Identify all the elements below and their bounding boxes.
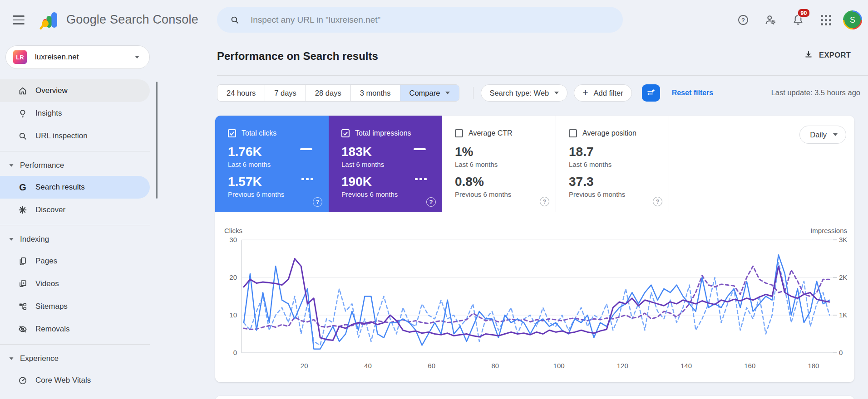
tab-7-days[interactable]: 7 days bbox=[265, 85, 306, 101]
add-filter-button[interactable]: + Add filter bbox=[574, 84, 631, 102]
header-divider bbox=[217, 75, 868, 76]
last-update-text: Last update: 3.5 hours ago bbox=[771, 88, 860, 97]
checkbox-average-ctr[interactable] bbox=[455, 129, 463, 137]
sidebar-section-experience[interactable]: Experience bbox=[0, 348, 150, 369]
tab-28-days[interactable]: 28 days bbox=[306, 85, 351, 101]
svg-text:80: 80 bbox=[492, 362, 499, 370]
metric-tile-average-position[interactable]: Average position 18.7 Last 6 months 37.3… bbox=[556, 116, 669, 212]
position-current-value: 18.7 bbox=[569, 145, 669, 159]
dashed-line-indicator bbox=[301, 178, 313, 180]
top-bar: Google Search Console ? 90 S bbox=[0, 0, 868, 40]
dashed-line-indicator bbox=[415, 178, 427, 180]
help-icon[interactable]: ? bbox=[540, 197, 549, 206]
ctr-current-value: 1% bbox=[455, 145, 556, 159]
svg-text:160: 160 bbox=[744, 362, 755, 370]
performance-card: Total clicks 1.76K Last 6 months 1.57K P… bbox=[215, 116, 854, 382]
sidebar-item-insights[interactable]: Insights bbox=[0, 102, 150, 125]
google-apps-grid-icon[interactable] bbox=[818, 12, 834, 28]
magnifier-icon bbox=[17, 131, 28, 141]
tune-sparkle-icon bbox=[646, 88, 656, 98]
chevron-down-icon bbox=[135, 56, 139, 58]
sidebar-item-pages[interactable]: Pages bbox=[0, 250, 150, 272]
google-g-icon: G bbox=[17, 182, 28, 193]
sidebar-section-indexing[interactable]: Indexing bbox=[0, 229, 150, 250]
metric-tile-total-clicks[interactable]: Total clicks 1.76K Last 6 months 1.57K P… bbox=[215, 116, 329, 212]
gauge-icon bbox=[17, 375, 28, 386]
clicks-previous-value: 1.57K bbox=[228, 175, 329, 189]
filter-tune-button[interactable] bbox=[642, 84, 660, 102]
notification-count-badge: 90 bbox=[797, 8, 810, 18]
sidebar-nav: Overview Insights URL inspection Perform… bbox=[0, 79, 150, 392]
svg-text:40: 40 bbox=[364, 362, 372, 370]
account-avatar[interactable]: S bbox=[843, 10, 862, 29]
sidebar-item-url-inspection[interactable]: URL inspection bbox=[0, 125, 150, 147]
sidebar-item-videos[interactable]: Videos bbox=[0, 272, 150, 295]
solid-line-indicator bbox=[300, 148, 312, 150]
date-range-tabs: 24 hours 7 days 28 days 3 months Compare bbox=[217, 84, 459, 102]
sidebar-item-discover[interactable]: Discover bbox=[0, 199, 150, 221]
svg-text:30: 30 bbox=[229, 236, 237, 243]
lightbulb-icon bbox=[17, 108, 28, 119]
sidebar-section-performance[interactable]: Performance bbox=[0, 155, 150, 176]
video-icon bbox=[17, 278, 28, 289]
sidebar-item-search-results[interactable]: G Search results bbox=[0, 176, 150, 199]
svg-text:0: 0 bbox=[839, 349, 843, 356]
plus-icon: + bbox=[582, 87, 588, 98]
notifications-bell-icon[interactable]: 90 bbox=[790, 12, 806, 28]
filter-bar: 24 hours 7 days 28 days 3 months Compare… bbox=[217, 84, 862, 102]
asterisk-icon bbox=[17, 204, 28, 215]
tab-compare[interactable]: Compare bbox=[400, 85, 459, 101]
granularity-dropdown[interactable]: Daily bbox=[799, 126, 846, 144]
checkbox-total-impressions[interactable] bbox=[341, 129, 350, 137]
url-inspect-searchbar[interactable] bbox=[217, 7, 623, 33]
checkbox-average-position[interactable] bbox=[569, 129, 577, 137]
metric-tile-total-impressions[interactable]: Total impressions 183K Last 6 months 190… bbox=[329, 116, 442, 212]
filter-separator bbox=[473, 87, 473, 99]
performance-line-chart: 00101K202K303KClicksImpressions204060801… bbox=[215, 213, 854, 382]
svg-text:?: ? bbox=[741, 17, 745, 24]
svg-text:20: 20 bbox=[229, 273, 237, 281]
sidebar-item-core-web-vitals[interactable]: Core Web Vitals bbox=[0, 369, 150, 392]
metric-tile-average-ctr[interactable]: Average CTR 1% Last 6 months 0.8% Previo… bbox=[442, 116, 556, 212]
svg-text:2K: 2K bbox=[839, 273, 847, 281]
svg-text:1K: 1K bbox=[839, 311, 847, 319]
sidebar-scrollbar[interactable] bbox=[156, 82, 158, 199]
sidebar-divider bbox=[0, 344, 150, 345]
download-icon bbox=[804, 50, 814, 60]
ctr-previous-value: 0.8% bbox=[455, 175, 556, 189]
url-inspect-input[interactable] bbox=[251, 15, 568, 25]
eye-off-icon bbox=[17, 324, 28, 335]
sidebar-item-removals[interactable]: Removals bbox=[0, 318, 150, 341]
svg-text:60: 60 bbox=[428, 362, 435, 370]
help-icon[interactable]: ? bbox=[653, 197, 662, 206]
help-icon[interactable]: ? bbox=[735, 12, 751, 28]
caret-down-icon bbox=[833, 133, 838, 136]
help-icon[interactable]: ? bbox=[426, 197, 436, 207]
search-console-logo-icon bbox=[39, 9, 61, 31]
impressions-previous-value: 190K bbox=[341, 175, 442, 189]
search-type-dropdown[interactable]: Search type: Web bbox=[481, 84, 567, 102]
reset-filters-link[interactable]: Reset filters bbox=[672, 89, 714, 97]
property-favicon: LR bbox=[13, 50, 27, 64]
svg-text:100: 100 bbox=[553, 362, 565, 370]
svg-text:Clicks: Clicks bbox=[224, 227, 242, 234]
next-table-card-edge bbox=[215, 396, 854, 399]
help-icon[interactable]: ? bbox=[313, 197, 322, 207]
checkbox-total-clicks[interactable] bbox=[228, 129, 236, 137]
caret-down-icon bbox=[10, 357, 14, 360]
export-button[interactable]: EXPORT bbox=[804, 50, 851, 60]
tab-24-hours[interactable]: 24 hours bbox=[217, 85, 265, 101]
menu-icon[interactable] bbox=[12, 15, 25, 25]
tab-3-months[interactable]: 3 months bbox=[351, 85, 400, 101]
svg-text:0: 0 bbox=[233, 349, 237, 356]
svg-text:3K: 3K bbox=[839, 236, 847, 243]
property-selector[interactable]: LR luxreisen.net bbox=[5, 45, 150, 69]
home-icon bbox=[17, 85, 28, 96]
sidebar-item-overview[interactable]: Overview bbox=[0, 79, 150, 102]
caret-down-icon bbox=[10, 164, 14, 166]
sidebar-item-sitemaps[interactable]: Sitemaps bbox=[0, 295, 150, 318]
svg-text:140: 140 bbox=[681, 362, 692, 370]
metric-tiles: Total clicks 1.76K Last 6 months 1.57K P… bbox=[215, 116, 669, 212]
clicks-current-value: 1.76K bbox=[228, 145, 329, 159]
user-settings-icon[interactable] bbox=[762, 12, 779, 28]
